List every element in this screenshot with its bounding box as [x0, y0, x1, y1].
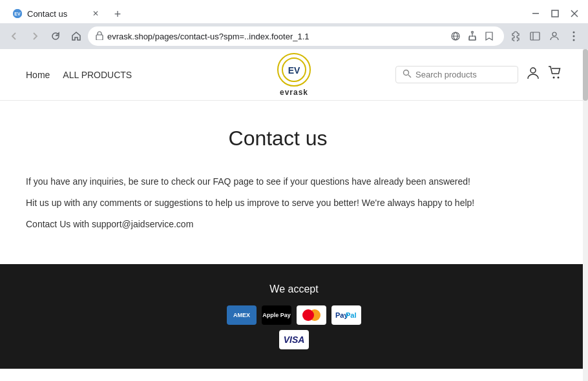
- mastercard-badge: [297, 305, 326, 325]
- svg-line-18: [408, 75, 411, 77]
- svg-rect-9: [530, 32, 540, 40]
- nav-links: Home ALL PRODUCTS: [26, 70, 132, 80]
- browser-toolbar: evrask.shop/pages/contact-us?spm=..index…: [0, 23, 588, 49]
- nav-right: [395, 66, 562, 83]
- tab-strip: EV Contact us ✕ +: [5, 4, 525, 23]
- svg-point-19: [530, 68, 536, 73]
- paypal-badge: Pay Pal: [331, 305, 361, 325]
- svg-text:Pal: Pal: [346, 311, 357, 319]
- svg-rect-3: [552, 10, 558, 17]
- mastercard-circles: [302, 309, 320, 321]
- extensions-button[interactable]: [507, 27, 525, 45]
- toolbar-right: [507, 27, 583, 45]
- logo-circle: EV: [277, 53, 311, 87]
- amex-badge: AMEX: [227, 305, 257, 325]
- apple-pay-badge: Apple Pay: [262, 305, 291, 325]
- translate-icon[interactable]: [448, 29, 463, 43]
- payment-icons-row1: AMEX Apple Pay Pay Pal: [26, 305, 562, 325]
- profile-button[interactable]: [545, 27, 563, 45]
- footer-accept-title: We accept: [26, 283, 562, 295]
- site-footer: We accept AMEX Apple Pay Pay Pal: [0, 264, 588, 369]
- window-controls: [527, 8, 583, 19]
- main-content: Contact us If you have any inquiries, be…: [0, 101, 556, 264]
- svg-rect-2: [532, 13, 539, 14]
- minimize-button[interactable]: [527, 8, 544, 19]
- svg-point-11: [552, 32, 556, 36]
- scrollbar-thumb[interactable]: [583, 49, 588, 101]
- svg-text:EV: EV: [14, 12, 21, 16]
- home-link[interactable]: Home: [26, 70, 50, 80]
- contact-paragraph-3: Contact Us with support@jaidservice.com: [26, 216, 530, 232]
- page-content: Home ALL PRODUCTS EV evrask: [0, 49, 588, 381]
- logo-text: evrask: [280, 88, 308, 97]
- contact-body: If you have any inquiries, be sure to ch…: [26, 174, 530, 233]
- search-icon: [403, 69, 412, 80]
- svg-point-13: [573, 36, 575, 37]
- address-icons: [448, 29, 496, 43]
- mc-left-circle: [302, 309, 314, 321]
- lock-icon: [96, 31, 103, 41]
- active-tab[interactable]: EV Contact us ✕: [5, 4, 109, 23]
- back-button[interactable]: [5, 27, 23, 45]
- menu-button[interactable]: [565, 27, 583, 45]
- svg-text:EV: EV: [288, 65, 300, 76]
- title-bar: EV Contact us ✕ +: [0, 0, 588, 23]
- all-products-link[interactable]: ALL PRODUCTS: [63, 70, 132, 80]
- contact-paragraph-1: If you have any inquiries, be sure to ch…: [26, 174, 530, 190]
- svg-point-17: [404, 70, 409, 76]
- new-tab-button[interactable]: +: [109, 5, 127, 23]
- tab-close-button[interactable]: ✕: [90, 8, 101, 19]
- scrollbar[interactable]: [583, 49, 588, 381]
- reload-button[interactable]: [47, 27, 65, 45]
- home-button[interactable]: [67, 27, 85, 45]
- contact-paragraph-2: Hit us up with any comments or suggestio…: [26, 195, 530, 211]
- tab-favicon: EV: [13, 9, 22, 18]
- forward-button[interactable]: [26, 27, 44, 45]
- search-input[interactable]: [415, 70, 511, 79]
- search-box[interactable]: [395, 66, 518, 83]
- svg-point-20: [553, 77, 555, 79]
- close-button[interactable]: [566, 8, 583, 19]
- cart-icon[interactable]: [548, 66, 562, 83]
- user-account-icon[interactable]: [526, 66, 540, 83]
- maximize-button[interactable]: [547, 8, 563, 19]
- sidebar-button[interactable]: [526, 27, 544, 45]
- site-navigation: Home ALL PRODUCTS EV evrask: [0, 49, 588, 101]
- svg-rect-6: [96, 35, 103, 40]
- share-icon[interactable]: [465, 29, 479, 43]
- svg-point-14: [573, 39, 575, 41]
- bookmark-icon[interactable]: [482, 29, 496, 43]
- browser-chrome: EV Contact us ✕ +: [0, 0, 588, 49]
- svg-point-12: [573, 32, 575, 34]
- visa-badge: VISA: [279, 330, 309, 349]
- site-logo[interactable]: EV evrask: [277, 53, 311, 97]
- page-title: Contact us: [26, 127, 530, 150]
- address-bar[interactable]: evrask.shop/pages/contact-us?spm=..index…: [88, 26, 504, 46]
- tab-label: Contact us: [27, 9, 67, 19]
- url-text: evrask.shop/pages/contact-us?spm=..index…: [107, 32, 445, 41]
- svg-point-21: [558, 77, 560, 79]
- payment-icons-row2: VISA: [26, 330, 562, 349]
